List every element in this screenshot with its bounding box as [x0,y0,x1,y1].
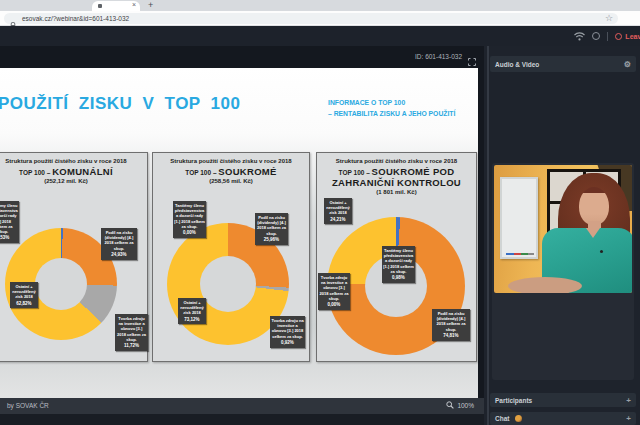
participants-section[interactable]: Participants + [490,393,636,407]
add-participant-icon[interactable]: + [626,396,631,405]
expand-chat-icon[interactable]: + [626,414,631,423]
zoom-control[interactable]: 100% [446,401,474,410]
chart-header: Struktura použití čistého zisku v roce 2… [0,158,147,184]
callout-podil: Podíl na zisku (dividendy) [4.] 2018 cel… [101,228,137,260]
chat-section[interactable]: Chat + [490,412,636,425]
browser-tab[interactable]: × [92,1,140,11]
browser-window: × + esovak.cz/?webinar&id=601-413-032 ☆ … [0,0,640,425]
webcam-tile[interactable] [492,163,634,380]
tab-strip: × + [0,0,640,11]
meeting-top-bar: Leave meeting [0,26,640,46]
participants-label: Participants [495,397,532,404]
presenter-hands [508,277,582,293]
callout-tantiemy: Tantiémy členů představenstva a dozorčí … [173,201,206,238]
chart-panel-zahranicni: Struktura použití čistého zisku v roce 2… [316,152,477,362]
chat-label: Chat [495,415,509,422]
lapel-mic [600,250,603,253]
chart-header: Struktura použití čistého zisku v roce 2… [317,158,476,195]
audio-video-section[interactable]: Audio & Video ⚙ [490,56,636,72]
callout-tvorba: Tvorba zdrojů na investice a obnovu [3.]… [270,316,305,348]
chart-panel-komunalni: Struktura použití čistého zisku v roce 2… [0,152,148,362]
new-tab-button[interactable]: + [148,0,153,11]
audio-video-label: Audio & Video [495,61,539,68]
webcam-video [494,165,632,293]
zoom-level: 100% [457,402,474,409]
callout-podil: Podíl na zisku (dividendy) [4.] 2018 cel… [432,309,470,341]
callout-ostatni: Ostatní + nerozdělený zisk 201824,21% [324,198,352,224]
magnifier-icon [446,401,454,410]
slide-subtitle: INFORMACE O TOP 100 – RENTABILITA ZISKU … [328,97,476,119]
info-circle-icon[interactable] [592,32,600,40]
leave-meeting-button[interactable]: Leave meeting [615,33,640,40]
callout-ostatni: Ostatní + nerozdělený zisk 201862,82% [10,282,38,308]
callout-tantiemy: Tantiémy členů představenstva a dozorčí … [382,246,415,283]
presenter-face [579,187,609,225]
subtitle-line2: – RENTABILITA ZISKU A JEHO POUŽITÍ [328,108,476,119]
connection-wifi-icon [574,27,585,45]
blouse-vneck [586,228,600,238]
callout-podil: Podíl na zisku (dividendy) [4.] 2018 cel… [255,213,288,245]
donut-hole [35,258,87,310]
subtitle-line1: INFORMACE O TOP 100 [328,97,476,108]
presentation-slide: POUŽITÍ ZISKU V TOP 100 INFORMACE O TOP … [0,68,478,398]
url-text: esovak.cz/?webinar&id=601-413-032 [22,13,129,24]
chart-header: Struktura použití čistého zisku v roce 2… [153,158,309,184]
bottom-strip [0,414,484,425]
slide-title: POUŽITÍ ZISKU V TOP 100 [0,94,240,114]
favicon [98,4,102,8]
conference-sidebar: Audio & Video ⚙ [484,46,640,425]
stage-header: ID: 601-413-032 [0,46,484,68]
marker-tray [506,253,534,255]
address-field[interactable]: esovak.cz/?webinar&id=601-413-032 ☆ [4,13,618,24]
chat-avatar [515,415,522,422]
callout-tvorba: Tvorba zdrojů na investice a obnovu [3.]… [115,314,148,351]
callout-tvorba: Tvorba zdrojů na investice a obnovu [3.]… [318,273,350,310]
meeting-id: ID: 601-413-032 [415,53,462,60]
callout-ostatni: Ostatní + nerozdělený zisk 201873,12% [178,298,206,324]
url-bar: esovak.cz/?webinar&id=601-413-032 ☆ [0,11,640,26]
donut-hole [200,256,256,312]
chart-panel-soukrome: Struktura použití čistého zisku v roce 2… [152,152,310,362]
callout-tantiemy: Tantiémy členů představenstva a dozorčí … [0,201,19,243]
divider [607,32,608,41]
sidebar-scrollbar[interactable] [487,46,489,425]
whiteboard [500,177,538,259]
bookmark-star-icon[interactable]: ☆ [605,12,613,24]
leave-icon [615,33,622,40]
status-bar: by SOVAK ČR 100% [0,398,484,414]
gear-icon[interactable]: ⚙ [624,60,631,69]
close-tab-icon[interactable]: × [132,0,136,10]
branding-label: by SOVAK ČR [7,402,49,409]
